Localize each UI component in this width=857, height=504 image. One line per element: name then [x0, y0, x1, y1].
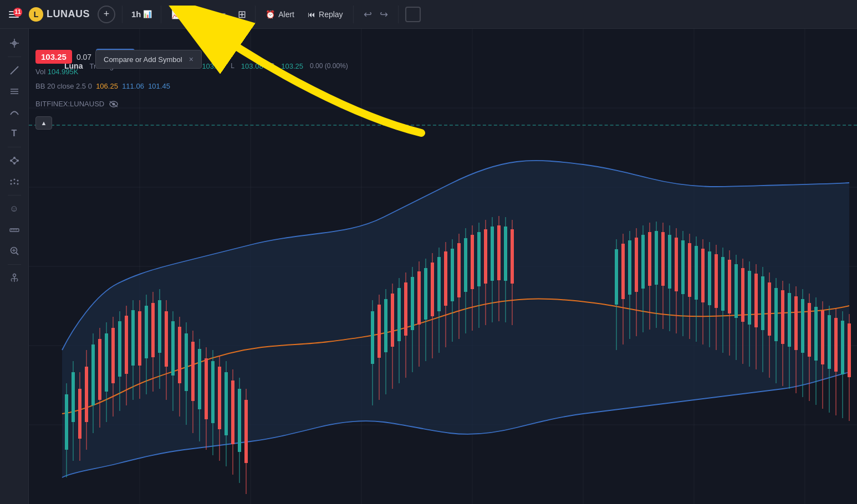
- emoji-tool[interactable]: ☺: [4, 199, 24, 219]
- undo-button[interactable]: ↩: [360, 6, 375, 23]
- add-symbol-button[interactable]: +: [98, 6, 115, 23]
- svg-rect-184: [741, 268, 744, 322]
- svg-point-18: [10, 183, 12, 185]
- svg-rect-210: [828, 315, 831, 369]
- svg-rect-142: [504, 227, 507, 281]
- indicators-button[interactable]: 📈 Indicators ▾: [166, 6, 232, 23]
- toolbar-separator-4: [353, 6, 354, 23]
- svg-rect-138: [491, 227, 494, 281]
- anchor-tool[interactable]: [4, 268, 24, 288]
- redo-button[interactable]: ↪: [376, 6, 391, 23]
- svg-rect-166: [681, 240, 685, 294]
- line-draw-tool[interactable]: [4, 60, 24, 80]
- text-tool-icon: T: [12, 128, 17, 138]
- svg-rect-102: [371, 311, 374, 364]
- bb-val3: 101.45: [148, 82, 170, 90]
- svg-rect-64: [125, 316, 128, 374]
- svg-rect-92: [218, 367, 221, 429]
- toolbar-separator-2: [161, 6, 161, 23]
- svg-rect-160: [661, 232, 665, 286]
- svg-rect-134: [477, 232, 481, 286]
- svg-point-30: [13, 274, 16, 277]
- svg-rect-152: [635, 238, 638, 292]
- svg-rect-21: [10, 229, 19, 232]
- svg-rect-112: [404, 282, 407, 336]
- price-diff-label: 0.07: [76, 53, 91, 61]
- measure-tool[interactable]: [4, 172, 24, 192]
- svg-rect-58: [105, 333, 108, 392]
- replay-icon: ⏮: [308, 10, 315, 19]
- svg-rect-104: [378, 305, 381, 358]
- sidebar-divider-4: [8, 264, 21, 265]
- node-draw-tool[interactable]: [4, 151, 24, 171]
- chart-bar-icon: 📈: [171, 9, 182, 19]
- svg-rect-178: [721, 257, 725, 311]
- alert-button[interactable]: ⏰ Alert: [260, 7, 300, 22]
- ruler-tool[interactable]: [4, 220, 24, 240]
- hamburger-menu-button[interactable]: 11: [4, 7, 23, 22]
- alert-label: Alert: [278, 10, 294, 19]
- toolbar-separator-5: [398, 6, 399, 23]
- svg-rect-84: [191, 342, 195, 401]
- undo-redo-group: ↩ ↪: [358, 6, 394, 23]
- svg-line-3: [11, 66, 18, 74]
- svg-rect-192: [768, 282, 771, 336]
- svg-line-14: [11, 161, 14, 163]
- toolbar-separator-1: [122, 6, 123, 23]
- svg-rect-174: [708, 251, 711, 305]
- svg-rect-168: [688, 243, 691, 297]
- volume-value: 104.995K: [48, 68, 79, 76]
- svg-rect-188: [754, 274, 758, 327]
- svg-rect-154: [641, 235, 645, 289]
- bitfinex-label: BITFINEX:LUNAUSD: [35, 100, 119, 108]
- text-tool[interactable]: T: [4, 124, 24, 143]
- svg-rect-120: [431, 263, 434, 316]
- replay-button[interactable]: ⏮ Replay: [302, 7, 349, 22]
- svg-rect-146: [615, 249, 618, 305]
- volume-label: Vol 104.995K: [35, 68, 78, 76]
- svg-rect-66: [131, 310, 135, 366]
- svg-rect-128: [457, 243, 461, 297]
- collapse-panel-button[interactable]: ▲: [35, 116, 52, 130]
- horizontal-lines-tool[interactable]: [4, 81, 24, 101]
- svg-point-16: [13, 183, 15, 184]
- templates-button[interactable]: ⊞: [233, 5, 251, 24]
- svg-rect-72: [151, 303, 155, 357]
- svg-line-27: [16, 253, 18, 255]
- tooltip-close-button[interactable]: ×: [189, 55, 193, 64]
- svg-rect-54: [91, 344, 95, 405]
- svg-rect-198: [788, 293, 791, 347]
- bitfinex-text: BITFINEX:LUNAUSD: [35, 100, 104, 108]
- fullscreen-button[interactable]: [405, 7, 421, 22]
- timeframe-button[interactable]: 1h 📊: [127, 6, 156, 22]
- alert-icon: ⏰: [266, 10, 275, 19]
- curve-draw-tool[interactable]: [4, 102, 24, 122]
- sidebar-divider-3: [8, 195, 21, 196]
- symbol-name-label: LUNAUS: [47, 8, 90, 20]
- svg-rect-170: [695, 246, 698, 300]
- low-label: L: [231, 62, 234, 70]
- svg-rect-176: [715, 254, 718, 308]
- svg-rect-96: [231, 380, 234, 444]
- price-level-line: [29, 125, 857, 126]
- chart-area[interactable]: Luna Trading View O 103.25 H 103.89 L 10…: [29, 29, 857, 504]
- svg-rect-172: [701, 249, 705, 302]
- svg-rect-132: [471, 235, 474, 289]
- left-toolbar: T ☺: [0, 29, 29, 504]
- symbol-icon: L: [29, 7, 43, 22]
- svg-point-17: [17, 180, 18, 182]
- svg-rect-74: [158, 300, 161, 353]
- svg-rect-78: [171, 321, 175, 376]
- chart-icon: 📊: [143, 10, 152, 18]
- svg-rect-196: [781, 290, 784, 344]
- svg-rect-144: [511, 229, 514, 284]
- svg-rect-56: [98, 339, 101, 400]
- svg-rect-76: [165, 311, 168, 367]
- symbol-area[interactable]: L LUNAUS: [25, 7, 93, 22]
- high-value: 103.89: [202, 62, 224, 70]
- grid-icon: ⊞: [238, 9, 246, 20]
- svg-rect-156: [648, 232, 651, 286]
- crosshair-tool[interactable]: [4, 33, 24, 53]
- zoom-tool[interactable]: [4, 241, 24, 261]
- svg-line-11: [11, 158, 14, 161]
